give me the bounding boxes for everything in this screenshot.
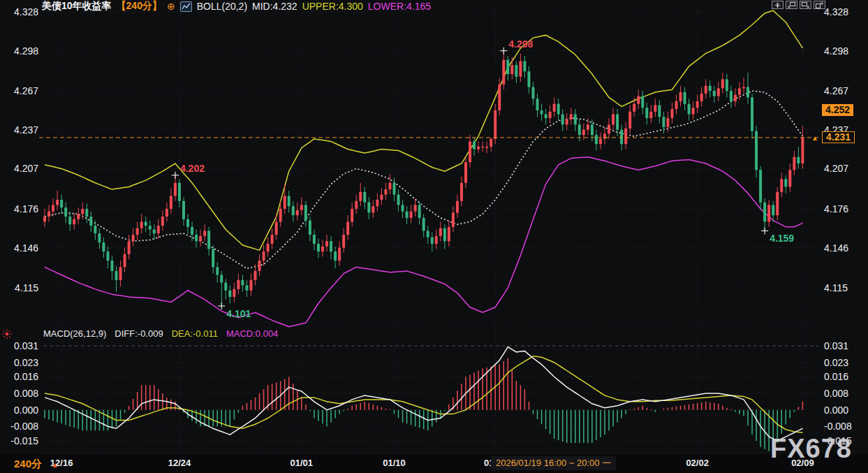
macd-label: MACD(26,12,9)	[43, 328, 106, 339]
svg-text:02/02: 02/02	[686, 458, 709, 468]
svg-text:4.298: 4.298	[14, 45, 38, 57]
period-selector[interactable]: 240分 ▲	[14, 458, 59, 471]
svg-text:0.023: 0.023	[824, 357, 848, 368]
indicator-header: 美债10年收益率 【240分】 ⊕ BOLL(20,2) MID:4.232 U…	[42, 1, 431, 12]
svg-text:0.008: 0.008	[824, 388, 848, 399]
fullscreen-icon[interactable]	[814, 1, 825, 9]
svg-text:4.207: 4.207	[824, 163, 848, 174]
fx678-watermark: FX678	[770, 434, 852, 464]
svg-text:0.008: 0.008	[14, 388, 38, 399]
macd-histogram-layer	[45, 358, 802, 451]
boll-upper-value: UPPER:4.300	[302, 1, 363, 12]
svg-text:4.146: 4.146	[14, 242, 38, 254]
svg-text:-0.008: -0.008	[824, 421, 852, 432]
candles-layer	[43, 51, 804, 306]
svg-text:4.328: 4.328	[824, 6, 848, 17]
zoom-in-icon[interactable]	[800, 1, 811, 9]
svg-text:0.000: 0.000	[824, 405, 848, 416]
svg-text:-0.008: -0.008	[10, 421, 38, 432]
period-badge[interactable]: 【240分】	[117, 0, 162, 13]
svg-text:4.176: 4.176	[14, 203, 38, 214]
svg-text:0.031: 0.031	[824, 340, 848, 351]
alert-icon[interactable]	[2, 329, 12, 339]
hover-price-tag: 4.252	[822, 104, 853, 116]
svg-text:4.298: 4.298	[508, 38, 533, 50]
svg-text:4.237: 4.237	[14, 124, 38, 136]
svg-text:0.031: 0.031	[14, 340, 38, 351]
zoom-out-icon[interactable]	[786, 1, 797, 9]
price-line-layer: ▲	[39, 134, 818, 142]
period-selector-label[interactable]: 240分	[14, 458, 42, 471]
pan-icon[interactable]	[772, 1, 784, 9]
crosshair-time-tooltip: 2026/01/19 16:00 ~ 20:00 一	[491, 456, 616, 470]
svg-text:4.207: 4.207	[14, 163, 38, 174]
macd-diff-value: DIFF:-0.009	[115, 328, 163, 339]
svg-text:-0.015: -0.015	[10, 435, 38, 446]
svg-text:4.202: 4.202	[180, 163, 205, 174]
boll-mid-value: MID:4.232	[252, 1, 297, 12]
svg-text:4.101: 4.101	[226, 308, 251, 319]
macd-dea-value: DEA:-0.011	[172, 328, 218, 339]
mini-chart-icon[interactable]	[180, 1, 192, 12]
chart-title: 美债10年收益率	[42, 0, 112, 13]
boll-lower-value: LOWER:4.165	[368, 1, 431, 12]
yield-chart-window: ▲4.2024.1014.2984.1594.3284.3284.2984.29…	[0, 0, 868, 473]
svg-text:12/24: 12/24	[168, 458, 191, 468]
svg-text:01/10: 01/10	[383, 458, 406, 468]
svg-text:0.000: 0.000	[14, 405, 38, 416]
boll-label: BOLL(20,2)	[197, 1, 247, 12]
macd-macd-value: MACD:0.004	[226, 328, 278, 339]
plus-circle-icon[interactable]: ⊕	[167, 1, 175, 11]
chart-canvas[interactable]: ▲4.2024.1014.2984.1594.3284.3284.2984.29…	[0, 0, 868, 473]
svg-text:4.267: 4.267	[824, 85, 848, 96]
macd-header: MACD(26,12,9) DIFF:-0.009 DEA:-0.011 MAC…	[43, 328, 278, 339]
svg-text:4.267: 4.267	[14, 85, 38, 96]
svg-text:4.115: 4.115	[15, 282, 38, 293]
svg-text:4.159: 4.159	[770, 233, 794, 244]
chart-toolbar	[772, 1, 825, 9]
svg-text:▲: ▲	[811, 134, 818, 142]
svg-text:0.016: 0.016	[824, 371, 848, 382]
svg-text:0.016: 0.016	[14, 371, 38, 382]
svg-text:4.115: 4.115	[824, 282, 848, 293]
svg-text:0.023: 0.023	[14, 357, 38, 368]
svg-text:4.298: 4.298	[824, 45, 848, 57]
last-price-tag: 4.231	[822, 131, 855, 143]
svg-text:4.176: 4.176	[824, 203, 848, 214]
svg-text:4.146: 4.146	[824, 242, 848, 254]
annotations-layer: 4.2024.1014.2984.159	[172, 38, 794, 319]
triangle-up-icon: ▲	[51, 460, 59, 469]
svg-text:01/01: 01/01	[290, 458, 314, 468]
svg-text:4.328: 4.328	[14, 6, 38, 17]
